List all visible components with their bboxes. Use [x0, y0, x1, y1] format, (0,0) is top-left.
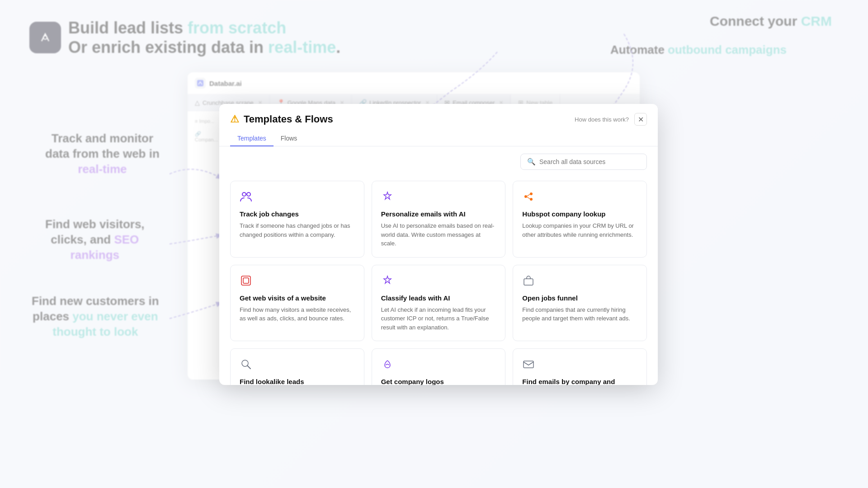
templates-modal: ⚠ Templates & Flows How does this work? … — [219, 104, 658, 385]
template-card-lookalike[interactable]: Find lookalike leads Input companies tha… — [230, 348, 364, 385]
svg-rect-11 — [243, 278, 249, 283]
template-desc-track-job: Track if someone has changed jobs or has… — [240, 221, 355, 239]
template-desc-personalize: Use AI to personalize emails based on re… — [381, 221, 496, 248]
svg-point-6 — [524, 195, 527, 198]
template-desc-hubspot: Lookup companies in your CRM by URL or o… — [522, 221, 637, 239]
svg-point-7 — [530, 198, 533, 201]
template-card-open-jobs[interactable]: Open jobs funnel Find companies that are… — [513, 265, 647, 342]
modal-close-icon: ✕ — [638, 115, 644, 124]
template-icon-track-job — [240, 190, 355, 206]
tab-templates-label: Templates — [237, 135, 266, 142]
template-title-lookalike: Find lookalike leads — [240, 378, 355, 385]
template-card-track-job-changes[interactable]: Track job changes Track if someone has c… — [230, 181, 364, 258]
template-title-track-job: Track job changes — [240, 210, 355, 218]
svg-line-8 — [527, 194, 530, 196]
svg-point-4 — [247, 192, 250, 196]
template-desc-open-jobs: Find companies that are currently hiring… — [522, 305, 637, 323]
template-title-find-emails: Find emails by company and department — [522, 378, 637, 385]
tab-flows-label: Flows — [281, 135, 297, 142]
template-icon-logos — [381, 358, 496, 373]
how-does-it-work-link[interactable]: How does this work? — [575, 116, 629, 123]
template-icon-hubspot — [522, 190, 637, 206]
template-title-logos: Get company logos — [381, 378, 496, 385]
modal-title: ⚠ Templates & Flows — [230, 113, 333, 125]
template-title-web-visits: Get web visits of a website — [240, 294, 355, 302]
template-desc-web-visits: Find how many visitors a website receive… — [240, 305, 355, 323]
template-icon-web-visits — [240, 274, 355, 290]
modal-title-text: Templates & Flows — [244, 113, 333, 125]
template-title-classify: Classify leads with AI — [381, 294, 496, 302]
modal-tabs: Templates Flows — [219, 126, 658, 146]
template-icon-personalize — [381, 190, 496, 206]
template-title-open-jobs: Open jobs funnel — [522, 294, 637, 302]
template-card-find-emails[interactable]: Find emails by company and department Si… — [513, 348, 647, 385]
modal-search-area: 🔍 — [219, 146, 658, 177]
template-card-classify-leads[interactable]: Classify leads with AI Let AI check if a… — [372, 265, 506, 342]
modal-title-icon: ⚠ — [230, 113, 239, 125]
tab-flows[interactable]: Flows — [274, 131, 305, 146]
modal-header: ⚠ Templates & Flows How does this work? … — [219, 104, 658, 126]
template-card-web-visits[interactable]: Get web visits of a website Find how man… — [230, 265, 364, 342]
templates-grid: Track job changes Track if someone has c… — [219, 177, 658, 385]
svg-rect-15 — [524, 361, 533, 368]
template-desc-classify: Let AI check if an incoming lead fits yo… — [381, 305, 496, 332]
template-card-hubspot[interactable]: Hubspot company lookup Lookup companies … — [513, 181, 647, 258]
search-icon: 🔍 — [527, 158, 536, 166]
search-box[interactable]: 🔍 — [520, 154, 647, 170]
template-title-hubspot: Hubspot company lookup — [522, 210, 637, 218]
template-card-personalize-emails[interactable]: Personalize emails with AI Use AI to per… — [372, 181, 506, 258]
template-icon-find-emails — [522, 358, 637, 373]
template-icon-open-jobs — [522, 274, 637, 290]
svg-point-3 — [242, 192, 246, 196]
svg-rect-12 — [524, 279, 533, 285]
template-title-personalize: Personalize emails with AI — [381, 210, 496, 218]
modal-close-button[interactable]: ✕ — [634, 113, 647, 126]
modal-header-right: How does this work? ✕ — [575, 113, 647, 126]
template-card-logos[interactable]: Get company logos Simply input a URL and… — [372, 348, 506, 385]
svg-line-9 — [527, 197, 530, 199]
template-icon-classify — [381, 274, 496, 290]
svg-line-14 — [247, 366, 250, 369]
search-input[interactable] — [539, 158, 640, 165]
svg-point-5 — [530, 192, 533, 195]
svg-rect-10 — [241, 276, 250, 285]
tab-templates[interactable]: Templates — [230, 131, 274, 146]
template-icon-lookalike — [240, 358, 355, 373]
